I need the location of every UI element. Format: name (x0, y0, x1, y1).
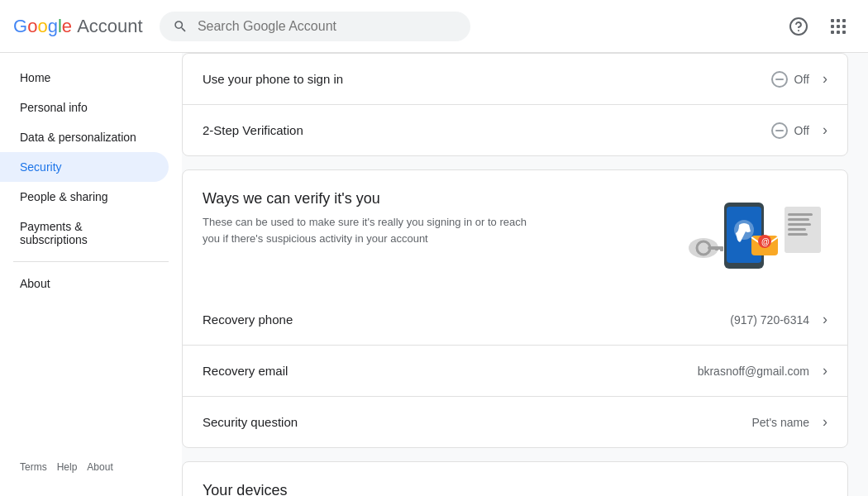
phone-signin-row[interactable]: Use your phone to sign in Off › (183, 54, 847, 105)
recovery-email-address: bkrasnoff@gmail.com (698, 365, 809, 378)
devices-header: Your devices You're currently signed in … (183, 462, 847, 496)
sidebar-footer: Terms Help About (0, 448, 182, 486)
phone-signin-value: Off (771, 71, 809, 88)
search-box (160, 12, 471, 41)
recovery-email-chevron: › (823, 362, 827, 379)
security-question-answer: Pet's name (751, 416, 809, 429)
svg-rect-24 (788, 218, 809, 221)
sidebar-divider (13, 261, 169, 262)
devices-title: Your devices (203, 482, 827, 496)
sidebar-item-about[interactable]: About (0, 269, 169, 298)
two-step-row[interactable]: 2-Step Verification Off › (183, 105, 847, 155)
svg-rect-25 (788, 223, 811, 226)
svg-rect-4 (842, 19, 846, 22)
search-container (160, 12, 471, 41)
main-content: Use your phone to sign in Off › 2-Step V… (182, 53, 868, 496)
recovery-email-value: bkrasnoff@gmail.com (698, 365, 809, 378)
verify-illustration: @ (662, 190, 827, 281)
recovery-email-row[interactable]: Recovery email bkrasnoff@gmail.com › (183, 346, 847, 397)
search-input[interactable] (198, 19, 457, 34)
apps-icon (828, 17, 848, 36)
security-question-label: Security question (203, 415, 751, 429)
verify-card: Ways we can verify it's you These can be… (182, 169, 848, 448)
security-question-row[interactable]: Security question Pet's name › (183, 397, 847, 447)
phone-signin-off-icon (771, 71, 788, 88)
signing-in-card: Use your phone to sign in Off › 2-Step V… (182, 53, 848, 156)
svg-rect-5 (831, 25, 834, 28)
svg-text:@: @ (761, 237, 770, 246)
body-container: Home Personal info Data & personalizatio… (0, 53, 868, 496)
security-question-chevron: › (823, 413, 827, 431)
two-step-chevron: › (823, 122, 827, 139)
sidebar-item-data-personalization[interactable]: Data & personalization (0, 122, 169, 152)
sidebar-item-security[interactable]: Security (0, 152, 169, 182)
recovery-phone-value: (917) 720-6314 (730, 313, 809, 327)
svg-rect-2 (831, 19, 834, 22)
two-step-label: 2-Step Verification (203, 123, 771, 137)
help-icon (789, 17, 808, 36)
svg-rect-6 (837, 25, 840, 28)
svg-rect-8 (831, 31, 834, 34)
svg-rect-3 (837, 19, 840, 22)
verify-svg: @ (662, 190, 827, 281)
verify-desc: These can be used to make sure it's real… (203, 214, 533, 246)
two-step-off-icon (771, 122, 788, 139)
app-header: Google Account (0, 0, 868, 53)
search-icon (173, 18, 188, 35)
svg-rect-15 (715, 246, 718, 250)
sidebar-item-people-sharing[interactable]: People & sharing (0, 182, 169, 212)
header-icons (782, 10, 855, 43)
phone-signin-status: Off (794, 73, 809, 86)
footer-terms-link[interactable]: Terms (20, 461, 47, 473)
footer-about-link[interactable]: About (87, 461, 112, 473)
verify-title: Ways we can verify it's you (203, 190, 662, 207)
svg-rect-23 (788, 213, 813, 216)
svg-rect-27 (788, 233, 808, 236)
verify-header: Ways we can verify it's you These can be… (183, 170, 847, 294)
svg-rect-26 (788, 228, 806, 231)
sidebar-item-personal-info[interactable]: Personal info (0, 93, 169, 122)
recovery-phone-chevron: › (823, 311, 827, 328)
verify-text: Ways we can verify it's you These can be… (203, 190, 662, 246)
svg-point-1 (798, 30, 799, 31)
recovery-phone-row[interactable]: Recovery phone (917) 720-6314 › (183, 294, 847, 346)
two-step-value: Off (771, 122, 809, 139)
sidebar-item-home[interactable]: Home (0, 63, 169, 93)
security-question-value: Pet's name (751, 416, 809, 429)
footer-help-link[interactable]: Help (57, 461, 78, 473)
recovery-phone-label: Recovery phone (203, 312, 730, 327)
apps-button[interactable] (822, 10, 855, 43)
two-step-status: Off (794, 124, 809, 137)
devices-card: Your devices You're currently signed in … (182, 461, 848, 496)
recovery-email-label: Recovery email (203, 364, 698, 378)
phone-signin-label: Use your phone to sign in (203, 72, 771, 86)
help-button[interactable] (782, 10, 815, 43)
phone-signin-chevron: › (823, 70, 827, 88)
svg-rect-9 (837, 31, 840, 34)
app-logo: Google Account (13, 16, 143, 37)
svg-rect-14 (720, 246, 723, 251)
sidebar-item-payments[interactable]: Payments & subscriptions (0, 212, 169, 255)
recovery-phone-number: (917) 720-6314 (730, 313, 809, 327)
sidebar: Home Personal info Data & personalizatio… (0, 53, 182, 496)
svg-rect-10 (842, 31, 846, 34)
svg-rect-7 (842, 25, 846, 28)
